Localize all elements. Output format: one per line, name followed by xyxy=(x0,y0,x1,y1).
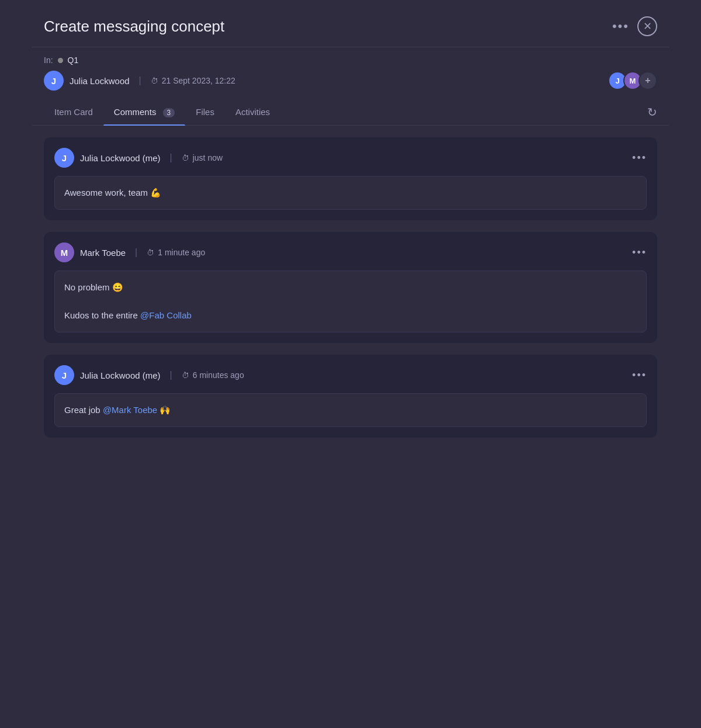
page-title: Create messaging concept xyxy=(44,18,224,36)
in-row: In: Q1 xyxy=(44,56,657,65)
comment-card-1: J Julia Lockwood (me) | ⏱ just now ••• A… xyxy=(44,137,657,220)
author-info: J Julia Lockwood | ⏱ 21 Sept 2023, 12:22 xyxy=(44,71,235,91)
tab-item-card-label: Item Card xyxy=(54,107,93,117)
comment-header-1: J Julia Lockwood (me) | ⏱ just now ••• xyxy=(54,148,647,168)
tab-comments-label: Comments xyxy=(114,107,157,117)
comment-avatar-2: M xyxy=(54,242,74,262)
comment-time-1: ⏱ just now xyxy=(182,153,223,162)
mention-fab-collab[interactable]: @Fab Collab xyxy=(140,310,192,320)
comment-card-2: M Mark Toebe | ⏱ 1 minute ago ••• No pro… xyxy=(44,232,657,343)
date-value: 21 Sept 2023, 12:22 xyxy=(162,76,235,85)
in-label: In: xyxy=(44,56,53,65)
close-button[interactable]: ✕ xyxy=(637,16,657,36)
sep-3: | xyxy=(170,370,172,380)
comment-body-1: Awesome work, team 💪 xyxy=(54,176,647,210)
header-actions: ••• ✕ xyxy=(612,16,657,36)
tab-activities[interactable]: Activities xyxy=(225,99,280,125)
comment-time-3: ⏱ 6 minutes ago xyxy=(182,370,244,380)
tab-files-label: Files xyxy=(196,107,214,117)
comment-username-1: Julia Lockwood (me) xyxy=(80,153,161,163)
tab-activities-label: Activities xyxy=(235,107,270,117)
comment-avatar-1: J xyxy=(54,148,74,168)
comment-timestamp-2: 1 minute ago xyxy=(158,248,205,257)
comments-section: J Julia Lockwood (me) | ⏱ just now ••• A… xyxy=(32,126,669,449)
meta-section: In: Q1 J Julia Lockwood | ⏱ 21 Sept 2023… xyxy=(32,47,669,99)
comment-header-3: J Julia Lockwood (me) | ⏱ 6 minutes ago … xyxy=(54,365,647,385)
tab-comments[interactable]: Comments 3 xyxy=(103,99,185,125)
comment-author-3: J Julia Lockwood (me) | ⏱ 6 minutes ago xyxy=(54,365,244,385)
comment-card-3: J Julia Lockwood (me) | ⏱ 6 minutes ago … xyxy=(44,355,657,438)
comments-badge: 3 xyxy=(163,108,175,117)
comment-username-3: Julia Lockwood (me) xyxy=(80,370,161,380)
header: Create messaging concept ••• ✕ xyxy=(32,0,669,47)
comment-avatar-3: J xyxy=(54,365,74,385)
comment-time-2: ⏱ 1 minute ago xyxy=(147,248,205,257)
more-options-button[interactable]: ••• xyxy=(612,19,629,34)
clock-icon-3: ⏱ xyxy=(182,371,189,380)
clock-icon: ⏱ xyxy=(151,77,158,85)
author-avatar: J xyxy=(44,71,64,91)
comment-body-3: Great job @Mark Toebe 🙌 xyxy=(54,393,647,427)
tab-item-card[interactable]: Item Card xyxy=(44,99,103,125)
add-participant-button[interactable]: + xyxy=(638,71,657,90)
date-time: ⏱ 21 Sept 2023, 12:22 xyxy=(151,76,235,85)
comment-text-suffix-3: 🙌 xyxy=(159,405,171,415)
sep-2: | xyxy=(135,247,137,258)
tabs-bar: Item Card Comments 3 Files Activities ↻ xyxy=(32,99,669,126)
comment-line-1: No problem 😄 xyxy=(64,280,637,294)
comment-more-3[interactable]: ••• xyxy=(632,369,647,382)
comment-header-2: M Mark Toebe | ⏱ 1 minute ago ••• xyxy=(54,242,647,262)
comment-more-2[interactable]: ••• xyxy=(632,247,647,259)
comment-more-1[interactable]: ••• xyxy=(632,152,647,164)
comment-timestamp-1: just now xyxy=(193,153,223,162)
clock-icon-2: ⏱ xyxy=(147,248,154,257)
comment-text-prefix-3: Great job xyxy=(64,405,103,415)
separator: | xyxy=(139,75,141,86)
refresh-button[interactable]: ↻ xyxy=(647,105,657,119)
comment-author-2: M Mark Toebe | ⏱ 1 minute ago xyxy=(54,242,205,262)
comment-timestamp-3: 6 minutes ago xyxy=(193,370,244,380)
comment-text-1: Awesome work, team 💪 xyxy=(64,188,161,197)
mention-mark-toebe[interactable]: @Mark Toebe xyxy=(103,405,157,415)
workspace-dot xyxy=(58,58,63,63)
participant-avatars: J M + xyxy=(608,71,657,90)
close-icon: ✕ xyxy=(643,20,652,33)
comment-username-2: Mark Toebe xyxy=(80,248,126,258)
comment-author-1: J Julia Lockwood (me) | ⏱ just now xyxy=(54,148,223,168)
tab-files[interactable]: Files xyxy=(185,99,225,125)
comment-body-2: No problem 😄 Kudos to the entire @Fab Co… xyxy=(54,271,647,332)
workspace-name: Q1 xyxy=(68,56,79,65)
comment-line-2: Kudos to the entire @Fab Collab xyxy=(64,308,637,323)
comment-text-prefix-2: Kudos to the entire xyxy=(64,310,140,320)
sep-1: | xyxy=(170,152,172,163)
user-row: J Julia Lockwood | ⏱ 21 Sept 2023, 12:22… xyxy=(44,71,657,99)
clock-icon-1: ⏱ xyxy=(182,154,189,162)
author-name: Julia Lockwood xyxy=(70,76,130,86)
main-panel: Create messaging concept ••• ✕ In: Q1 J … xyxy=(32,0,669,728)
